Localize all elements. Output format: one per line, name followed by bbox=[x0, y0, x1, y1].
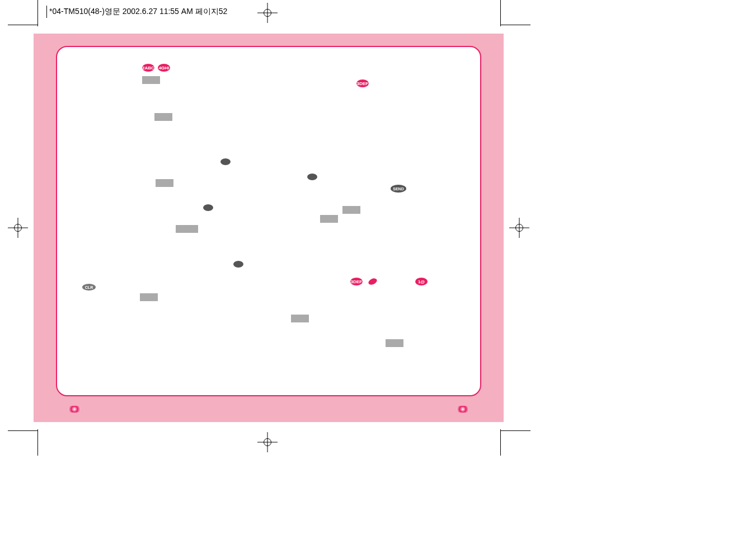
key-4: 4GHI bbox=[158, 64, 170, 72]
crop-mark bbox=[500, 429, 501, 456]
registration-mark-left bbox=[11, 221, 25, 235]
clr-key: CLR bbox=[82, 284, 96, 291]
soft-key-block bbox=[342, 206, 360, 214]
crop-mark bbox=[500, 0, 501, 26]
nav-key-icon bbox=[233, 261, 243, 268]
header-rule bbox=[46, 6, 47, 18]
nav-key-down-icon bbox=[203, 204, 213, 211]
soft-key-block bbox=[156, 179, 173, 187]
key-2: 2ABC bbox=[142, 64, 154, 72]
crop-mark bbox=[500, 25, 530, 25]
menu-key-icon bbox=[368, 277, 378, 286]
key-3: 3DEF bbox=[350, 278, 363, 285]
send-key: SEND bbox=[391, 185, 406, 193]
key-3: 3DEF bbox=[356, 79, 369, 87]
soft-key-block bbox=[291, 315, 309, 322]
soft-key-block bbox=[142, 76, 160, 84]
crop-mark bbox=[500, 430, 530, 431]
registration-mark-top bbox=[261, 6, 274, 20]
key-1: 1@ bbox=[415, 278, 428, 285]
soft-key-block bbox=[320, 215, 338, 223]
registration-mark-right bbox=[513, 221, 526, 235]
nav-key-icon bbox=[307, 174, 317, 180]
soft-key-block bbox=[154, 113, 172, 121]
crop-mark bbox=[8, 25, 38, 25]
crop-mark bbox=[8, 430, 38, 431]
binding-hole-icon bbox=[457, 406, 469, 413]
binding-hole-icon bbox=[68, 406, 81, 413]
crop-mark bbox=[37, 0, 38, 26]
header-filename: *04-TM510(48-)영문 2002.6.27 11:55 AM 페이지5… bbox=[49, 7, 227, 17]
nav-key-up-icon bbox=[220, 158, 231, 165]
registration-mark-bottom bbox=[261, 435, 274, 449]
soft-key-block bbox=[140, 293, 158, 301]
content-area: 2ABC 4GHI 3DEF SEND CLR bbox=[56, 46, 481, 396]
page-frame: 2ABC 4GHI 3DEF SEND CLR bbox=[34, 34, 504, 422]
soft-key-block bbox=[386, 339, 403, 347]
soft-key-block bbox=[176, 225, 198, 233]
crop-mark bbox=[37, 429, 38, 456]
